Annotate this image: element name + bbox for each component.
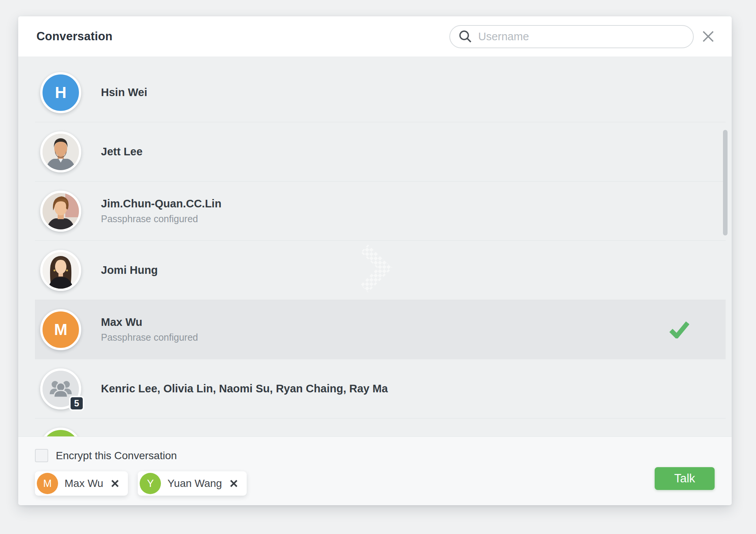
selected-user-chips: M Max Wu Y Yuan Wang xyxy=(35,471,715,496)
chip-label: Yuan Wang xyxy=(167,477,222,490)
selected-user-chip: Y Yuan Wang xyxy=(138,471,247,496)
avatar xyxy=(40,428,81,437)
contact-subtitle: Passphrase configured xyxy=(101,213,221,224)
contact-text: Hsin Wei xyxy=(101,86,147,99)
contact-row[interactable]: H Hsin Wei xyxy=(35,63,726,122)
contact-text: Kenric Lee, Olivia Lin, Naomi Su, Ryan C… xyxy=(101,382,388,395)
contact-name: Max Wu xyxy=(101,316,198,329)
letter-avatar: H xyxy=(40,72,81,113)
photo-avatar xyxy=(40,191,81,232)
photo-avatar-man-dark-hair xyxy=(43,134,79,170)
contact-text: Jett Lee xyxy=(101,145,143,158)
avatar-letter: H xyxy=(55,84,66,102)
contact-subtitle: Passphrase configured xyxy=(101,332,198,343)
contact-row[interactable]: Jim.Chun-Quan.CC.Lin Passphrase configur… xyxy=(35,182,726,241)
avatar-letter: M xyxy=(54,321,68,339)
dialog-footer: Encrypt this Conversation M Max Wu Y Yua… xyxy=(18,436,732,505)
contact-text: Jim.Chun-Quan.CC.Lin Passphrase configur… xyxy=(101,197,221,224)
avatar: H xyxy=(40,72,81,113)
contact-name: Kenric Lee, Olivia Lin, Naomi Su, Ryan C… xyxy=(101,382,388,395)
close-icon[interactable] xyxy=(701,30,715,43)
dialog-title: Conversation xyxy=(36,30,113,43)
avatar xyxy=(40,131,81,172)
contact-row[interactable]: M Max Wu Passphrase configured xyxy=(35,300,726,359)
contact-name: Hsin Wei xyxy=(101,86,147,99)
talk-button[interactable]: Talk xyxy=(655,467,715,490)
contact-text: Max Wu Passphrase configured xyxy=(101,316,198,343)
chip-remove-icon[interactable] xyxy=(229,479,238,488)
dialog-header: Conversation xyxy=(18,16,732,57)
selected-check-icon xyxy=(669,321,689,338)
photo-avatar xyxy=(40,131,81,172)
chip-remove-icon[interactable] xyxy=(110,479,120,488)
contact-name: Jomi Hung xyxy=(101,264,158,276)
conversation-dialog: Conversation H Hsin Wei xyxy=(18,16,732,505)
contact-name: Jett Lee xyxy=(101,145,143,158)
avatar: M xyxy=(40,309,81,350)
encrypt-row: Encrypt this Conversation xyxy=(35,437,715,462)
photo-avatar-woman-dark-hair xyxy=(43,252,79,289)
contact-row[interactable]: Jomi Hung xyxy=(35,241,726,300)
letter-avatar: M xyxy=(40,309,81,350)
photo-avatar xyxy=(40,250,81,291)
contact-row[interactable]: Jett Lee xyxy=(35,122,726,182)
letter-avatar xyxy=(40,428,81,437)
search-input[interactable] xyxy=(478,30,684,43)
search-icon xyxy=(458,29,473,44)
avatar: 5 xyxy=(40,368,81,409)
avatar xyxy=(40,250,81,291)
encrypt-checkbox[interactable] xyxy=(35,449,48,462)
selected-user-chip: M Max Wu xyxy=(35,471,128,496)
avatar xyxy=(40,191,81,232)
group-count-badge: 5 xyxy=(69,396,84,411)
chip-label: Max Wu xyxy=(65,477,103,490)
contact-text: Jomi Hung xyxy=(101,264,158,276)
scrollbar-thumb[interactable] xyxy=(723,130,728,235)
search-box[interactable] xyxy=(449,25,694,48)
contact-name: Jim.Chun-Quan.CC.Lin xyxy=(101,197,221,210)
encrypt-label: Encrypt this Conversation xyxy=(56,450,177,462)
contact-row[interactable] xyxy=(35,419,726,436)
chip-avatar: Y xyxy=(140,473,161,494)
contact-row[interactable]: 5 Kenric Lee, Olivia Lin, Naomi Su, Ryan… xyxy=(35,359,726,419)
photo-avatar-man-brown-hair xyxy=(43,193,79,229)
contact-list: H Hsin Wei Jett Lee xyxy=(18,57,732,436)
chip-avatar: M xyxy=(37,473,58,494)
